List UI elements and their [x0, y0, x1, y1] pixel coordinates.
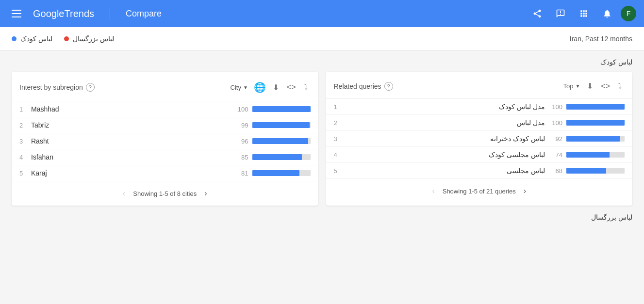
bar [566, 120, 625, 126]
download-icon[interactable]: ⬇ [270, 81, 282, 94]
bar-bg [252, 170, 311, 176]
table-row: 2 Tabriz 99 [12, 117, 318, 133]
row-label-rtl: مدل لباس کودک [346, 103, 545, 111]
bar [566, 168, 606, 174]
left-card-header: Interest by subregion ? City ▼ 🌐 ⬇ <> ⤵ [12, 80, 318, 101]
bar-bg [566, 152, 625, 158]
bar-container [566, 136, 625, 142]
left-card-title: Interest by subregion [19, 83, 83, 91]
bar-bg [252, 122, 311, 128]
table-row: 5 لباس مجلسی 68 [326, 163, 633, 179]
city-dropdown[interactable]: City ▼ [227, 82, 252, 93]
embed-right-icon[interactable]: <> [598, 80, 613, 93]
cards-row-1: Interest by subregion ? City ▼ 🌐 ⬇ <> ⤵ … [12, 72, 632, 206]
next-page-left[interactable]: › [202, 187, 209, 200]
header-compare: Compare [126, 9, 162, 19]
top-dropdown[interactable]: Top ▼ [559, 80, 584, 92]
bar [252, 138, 308, 144]
bar [252, 170, 299, 176]
term2-dot [64, 36, 69, 41]
left-card-rows: 1 Mashhad 100 2 Tabriz 99 3 Rasht 96 [12, 101, 318, 181]
row-value: 100 [231, 106, 248, 113]
logo-google: Google [33, 8, 65, 19]
alert-icon[interactable] [551, 4, 570, 23]
header-divider [110, 7, 110, 20]
row-label: Mashhad [31, 105, 231, 113]
right-card-rows: 1 مدل لباس کودک 100 2 مدل لباس 100 3 لبا… [326, 99, 633, 179]
interest-by-subregion-card: Interest by subregion ? City ▼ 🌐 ⬇ <> ⤵ … [12, 72, 318, 206]
bar [566, 136, 620, 142]
app-header: Google Trends Compare F [0, 0, 644, 27]
avatar[interactable]: F [621, 6, 636, 21]
row-value: 74 [545, 151, 562, 159]
row-num: 2 [19, 122, 31, 129]
main-content: لباس کودک Interest by subregion ? City ▼… [0, 50, 644, 235]
right-card-title: Related queries [334, 82, 381, 90]
bar [566, 104, 625, 110]
bar-bg [252, 138, 311, 144]
terms-list: لباس کودک لباس بزرگسال [12, 35, 114, 43]
row-label-rtl: مدل لباس [346, 119, 545, 127]
related-queries-card: Related queries ? Top ▼ ⬇ <> ⤵ 1 مدل لبا… [326, 72, 633, 206]
row-num: 5 [19, 170, 31, 177]
right-card-help-icon[interactable]: ? [384, 82, 393, 91]
table-row: 2 مدل لباس 100 [326, 115, 633, 131]
bar-container [252, 170, 311, 176]
table-row: 3 Rasht 96 [12, 133, 318, 149]
left-pagination-text: Showing 1-5 of 8 cities [133, 190, 197, 197]
globe-icon[interactable]: 🌐 [252, 80, 268, 95]
term1: لباس کودک [12, 35, 52, 43]
share-icon[interactable] [528, 4, 547, 23]
bar-bg [252, 106, 311, 112]
row-num: 2 [334, 119, 346, 127]
right-card-pagination: ‹ Showing 1-5 of 21 queries › [326, 179, 633, 203]
row-value: 100 [545, 103, 562, 111]
bar [566, 152, 610, 158]
header-right: F [528, 4, 636, 23]
embed-icon[interactable]: <> [284, 81, 299, 94]
prev-page-right[interactable]: ‹ [430, 185, 436, 197]
bar-container [252, 122, 311, 128]
share-right-icon[interactable]: ⤵ [615, 80, 625, 93]
bar-bg [566, 120, 625, 126]
bar-container [566, 152, 625, 158]
row-num: 4 [334, 151, 346, 159]
city-chevron-icon: ▼ [243, 85, 248, 90]
bar-container [566, 120, 625, 126]
apps-icon[interactable] [574, 4, 594, 23]
row-label: Karaj [31, 169, 231, 177]
download-right-icon[interactable]: ⬇ [584, 80, 596, 93]
row-value: 99 [231, 122, 248, 129]
bar [252, 154, 302, 160]
prev-page-left[interactable]: ‹ [121, 187, 127, 200]
logo-trends: Trends [65, 8, 95, 19]
table-row: 5 Karaj 81 [12, 165, 318, 181]
table-row: 3 لباس کودک دخترانه 92 [326, 131, 633, 147]
bell-icon[interactable] [597, 4, 617, 23]
bar [252, 106, 311, 112]
bar-container [252, 106, 311, 112]
right-card-actions: ⬇ <> ⤵ [584, 80, 625, 93]
row-num: 5 [334, 167, 346, 175]
logo: Google Trends [33, 8, 94, 19]
right-card-header: Related queries ? Top ▼ ⬇ <> ⤵ [326, 80, 633, 99]
row-label-rtl: لباس مجلسی کودک [346, 151, 545, 159]
bar-bg [566, 168, 625, 174]
row-label: Isfahan [31, 153, 231, 161]
term2-label: لباس بزرگسال [73, 35, 114, 43]
left-card-actions: 🌐 ⬇ <> ⤵ [252, 80, 311, 95]
share-card-icon[interactable]: ⤵ [301, 81, 311, 94]
row-value: 68 [545, 167, 562, 175]
city-dropdown-label: City [231, 84, 241, 91]
row-label-rtl: لباس کودک دخترانه [346, 135, 545, 143]
left-card-help-icon[interactable]: ? [86, 83, 95, 92]
row-label: Rasht [31, 137, 231, 145]
region-info: Iran, Past 12 months [570, 35, 632, 43]
bar-container [566, 104, 625, 110]
row-label: Tabriz [31, 121, 231, 129]
menu-icon[interactable] [8, 6, 25, 21]
next-page-right[interactable]: › [522, 185, 528, 197]
row-value: 92 [545, 135, 562, 143]
top-chevron-icon: ▼ [575, 83, 580, 89]
section1-title: لباس کودک [12, 58, 632, 66]
